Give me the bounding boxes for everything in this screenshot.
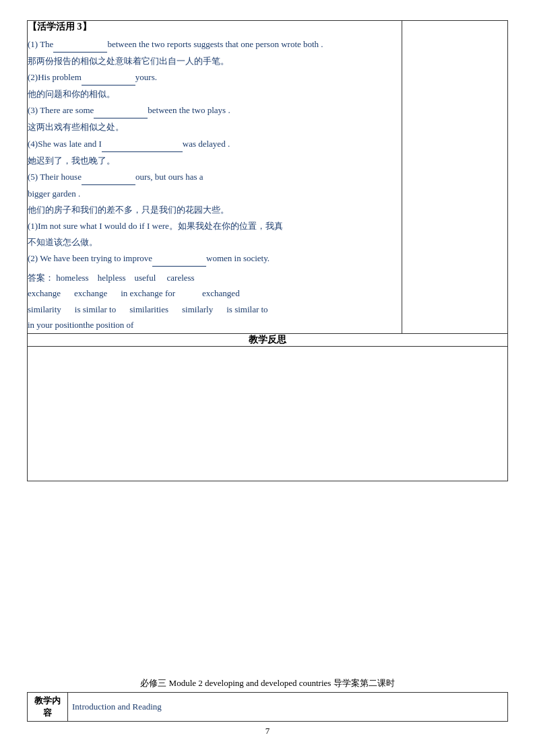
answer-row-4: in your positionthe position of xyxy=(28,317,402,333)
answer-label: 答案： xyxy=(28,273,54,283)
footer-course-text: 必修三 Module 2 developing and developed co… xyxy=(140,678,394,688)
exercise-block: (1) The between the two reports suggests… xyxy=(28,37,402,333)
blank-area xyxy=(0,488,535,677)
exercise-5-cn: 他们的房子和我们的差不多，只是我们的花园大些。 xyxy=(28,203,402,217)
reflection-header: 教学反思 xyxy=(28,333,508,346)
exercise-6-cn: 不知道该怎么做。 xyxy=(28,235,402,250)
exercise-1-en: (1) The between the two reports suggests… xyxy=(28,37,402,53)
exercise-2-en: (2)His problem yours. xyxy=(28,70,402,85)
exercise-3-cn: 这两出戏有些相似之处。 xyxy=(28,120,402,135)
section-title-text: 【活学活用 3】 xyxy=(28,22,92,32)
answer-row-2: exchange exchange in exchange for exchan… xyxy=(28,285,402,301)
main-table: 【活学活用 3】 (1) The between the two reports… xyxy=(27,20,508,481)
exercise-2-cn: 他的问题和你的相似。 xyxy=(28,87,402,102)
exercise-5-en-2: bigger garden . xyxy=(28,186,402,201)
exercise-4-en: (4)She was late and I was delayed . xyxy=(28,137,402,152)
exercise-4-cn: 她迟到了，我也晚了。 xyxy=(28,153,402,168)
blank-3 xyxy=(94,103,148,118)
bottom-info-table: 教学内容 Introduction and Reading xyxy=(27,692,508,722)
blank-4 xyxy=(102,137,183,152)
page-number: 7 xyxy=(0,726,535,736)
exercise-7-en: (2) We have been trying to improve women… xyxy=(28,251,402,267)
reflection-title: 教学反思 xyxy=(249,335,286,345)
answer-section: 答案： homeless helpless useful careless xyxy=(28,271,402,285)
exercise-6-en: (1)Im not sure what I would do if I were… xyxy=(28,219,402,234)
exercise-1-cn: 那两份报告的相似之处意味着它们出自一人的手笔。 xyxy=(28,54,402,69)
reflection-content xyxy=(28,346,508,481)
section-title: 【活学活用 3】 xyxy=(28,21,402,33)
subject-content: Introduction and Reading xyxy=(68,692,508,721)
exercise-3-en: (3) There are some between the two plays… xyxy=(28,103,402,118)
blank-5 xyxy=(82,170,135,185)
blank-7 xyxy=(152,251,206,267)
subject-label: 教学内容 xyxy=(28,692,68,721)
main-content: 【活学活用 3】 (1) The between the two reports… xyxy=(27,20,508,481)
page: 【活学活用 3】 (1) The between the two reports… xyxy=(0,20,535,756)
answer-row-3: similarity is similar to similarities si… xyxy=(28,302,402,317)
blank-2 xyxy=(82,70,135,85)
footer-course: 必修三 Module 2 developing and developed co… xyxy=(27,677,508,689)
blank-1 xyxy=(53,37,107,53)
right-margin-cell xyxy=(402,21,508,334)
exercise-5-en: (5) Their house ours, but ours has a xyxy=(28,170,402,185)
exercise-cell: 【活学活用 3】 (1) The between the two reports… xyxy=(28,21,402,334)
